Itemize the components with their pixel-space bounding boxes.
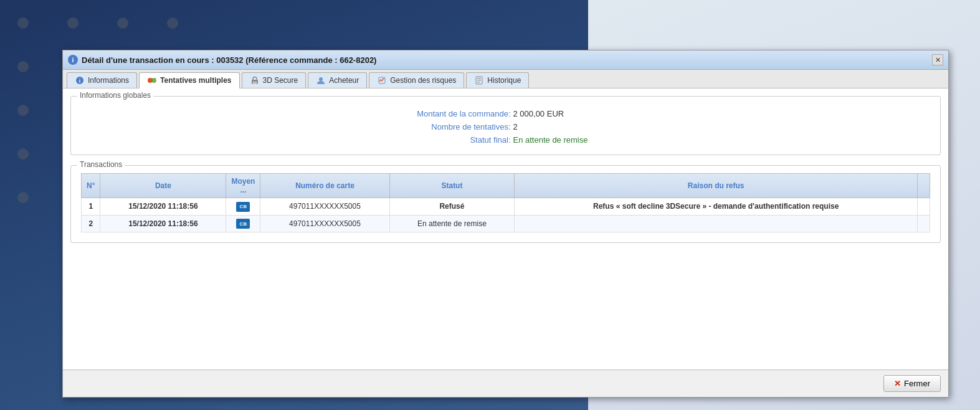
row2-action [918,215,930,232]
modal-titlebar: i Détail d'une transaction en cours : 00… [63,50,948,70]
svg-text:3D: 3D [252,81,257,85]
tab-3dsecure-label: 3D Secure [263,76,298,85]
statut-value: En attente de remise [513,135,638,145]
col-carte: Numéro de carte [260,174,389,198]
statut-label: Statut final: [374,135,511,145]
chart-tab-icon [377,75,387,85]
row1-num: 1 [82,198,100,216]
modal-title-area: i Détail d'une transaction en cours : 00… [68,55,376,65]
modal-tabs: i Informations Tentatives multiples [63,70,948,88]
title-info-icon: i [68,55,78,65]
tentatives-row: Nombre de tentatives: 2 [81,122,930,131]
fermer-label: Fermer [904,379,930,388]
user-tab-icon [316,75,326,85]
row2-date: 15/12/2020 11:18:56 [100,215,226,232]
transactions-legend: Transactions [77,160,125,169]
tentatives-tab-icon [147,75,157,85]
card-icon: CB [236,202,250,212]
col-date: Date [100,174,226,198]
tab-acheteur-label: Acheteur [329,76,359,85]
tentatives-label: Nombre de tentatives: [374,122,511,131]
col-moyen: Moyen ... [226,174,260,198]
svg-point-3 [151,78,156,83]
card-icon-2: CB [236,219,250,229]
statut-row: Statut final: En attente de remise [81,135,930,145]
lock-tab-icon: 3D [250,75,260,85]
info-tab-icon: i [75,75,85,85]
modal-body: Informations globales Montant de la comm… [63,88,948,369]
row2-raison [515,215,918,232]
table-row[interactable]: 2 15/12/2020 11:18:56 CB 497011XXXXXX500… [82,215,930,232]
montant-value: 2 000,00 EUR [513,109,638,118]
tab-tentatives[interactable]: Tentatives multiples [139,72,239,88]
modal-container: i Détail d'une transaction en cours : 00… [62,50,949,398]
table-header-row: N° Date Moyen ... Numéro de carte Statut… [82,174,930,198]
row2-num: 2 [82,215,100,232]
col-statut: Statut [389,174,515,198]
modal: i Détail d'une transaction en cours : 00… [62,50,949,398]
col-action [918,174,930,198]
svg-text:i: i [79,78,81,84]
svg-point-6 [319,77,323,81]
tab-risques-label: Gestion des risques [390,76,456,85]
fermer-button[interactable]: ✕ Fermer [883,375,941,392]
info-globales-legend: Informations globales [77,91,153,100]
transactions-table: N° Date Moyen ... Numéro de carte Statut… [81,173,930,232]
row1-date: 15/12/2020 11:18:56 [100,198,226,216]
tab-informations[interactable]: i Informations [67,72,137,88]
modal-title: Détail d'une transaction en cours : 0035… [82,55,376,65]
fermer-x-icon: ✕ [894,379,901,388]
table-row[interactable]: 1 15/12/2020 11:18:56 CB 497011XXXXXX500… [82,198,930,216]
row2-carte: 497011XXXXXX5005 [260,215,389,232]
doc-tab-icon [474,75,484,85]
row1-statut: Refusé [389,198,515,216]
tab-historique-label: Historique [487,76,521,85]
tab-tentatives-label: Tentatives multiples [160,76,231,85]
row2-moyen: CB [226,215,260,232]
tab-historique[interactable]: Historique [466,72,529,88]
row1-moyen: CB [226,198,260,216]
row1-raison: Refus « soft decline 3DSecure » - demand… [515,198,918,216]
info-globales-section: Informations globales Montant de la comm… [70,96,941,155]
col-num: N° [82,174,100,198]
row1-action [918,198,930,216]
tentatives-value: 2 [513,122,638,131]
tab-3dsecure[interactable]: 3D 3D Secure [242,72,307,88]
tab-informations-label: Informations [88,76,129,85]
tab-risques[interactable]: Gestion des risques [369,72,464,88]
tab-acheteur[interactable]: Acheteur [308,72,367,88]
modal-close-button[interactable]: ✕ [932,54,943,65]
montant-label: Montant de la commande: [374,109,511,118]
transactions-section: Transactions N° Date Moyen ... Numéro de… [70,165,941,243]
row1-carte: 497011XXXXXX5005 [260,198,389,216]
col-raison: Raison du refus [515,174,918,198]
row2-statut: En attente de remise [389,215,515,232]
montant-row: Montant de la commande: 2 000,00 EUR [81,109,930,118]
info-globales-rows: Montant de la commande: 2 000,00 EUR Nom… [81,109,930,145]
modal-footer: ✕ Fermer [63,369,948,397]
